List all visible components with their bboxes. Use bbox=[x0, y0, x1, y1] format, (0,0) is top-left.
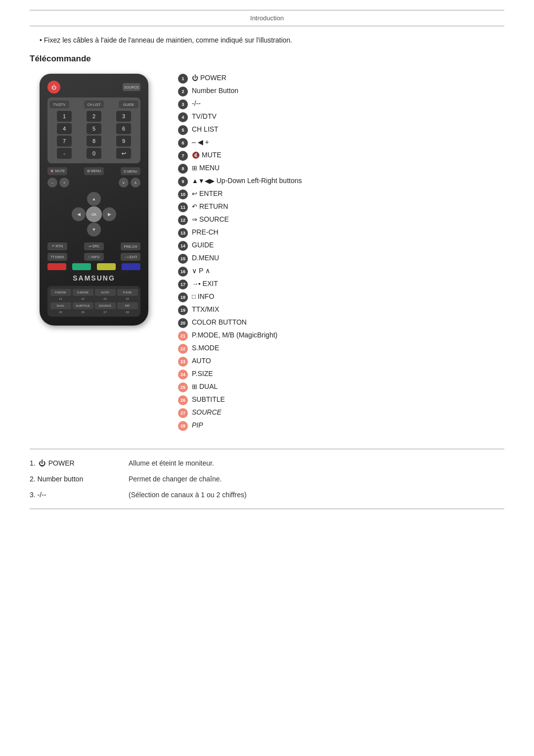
enter-button[interactable]: OK bbox=[86, 206, 102, 222]
feature-6-text: – ◀ + bbox=[192, 138, 209, 146]
pip-button[interactable]: PIP bbox=[117, 302, 138, 309]
feature-5-text: CH LIST bbox=[192, 125, 219, 133]
feature-10-text: ENTER bbox=[199, 189, 222, 197]
bottom-row-2: DUAL SUBTITLE SOURCE PIP bbox=[49, 302, 138, 309]
badge-13: 13 bbox=[178, 228, 188, 238]
badge-11: 11 bbox=[178, 202, 188, 212]
remote-top-section: ⏻ SOURCE bbox=[47, 81, 140, 94]
ch-down-button[interactable]: ∨ bbox=[119, 178, 129, 188]
ttx-info-exit-row: TTX/MIX □ INFO →▪ EXIT bbox=[47, 253, 140, 261]
feature-13: 13 PRE-CH bbox=[178, 228, 504, 238]
nav-down-button[interactable]: ▼ bbox=[87, 223, 101, 236]
feature-16-text: ∨ P ∧ bbox=[192, 267, 210, 275]
return-button[interactable]: ↶ RTN bbox=[47, 242, 67, 250]
color-blue-button[interactable] bbox=[122, 263, 140, 270]
feature-20-text: COLOR BUTTON bbox=[192, 318, 247, 326]
feature-7: 7 🔇 MUTE bbox=[178, 151, 504, 161]
badge-6: 6 bbox=[178, 138, 188, 148]
ttx-button[interactable]: TTX/MIX bbox=[47, 253, 67, 261]
exit-button[interactable]: →▪ EXIT bbox=[121, 253, 140, 261]
badge-22: 22 bbox=[178, 344, 188, 354]
num-1[interactable]: 1 bbox=[57, 111, 72, 122]
ch-up-button[interactable]: ∧ bbox=[131, 178, 140, 188]
guide-button[interactable]: GUIDE bbox=[119, 100, 138, 108]
num-9[interactable]: 9 bbox=[116, 136, 131, 146]
feature-19-text: TTX/MIX bbox=[192, 305, 219, 313]
menu-button[interactable]: ⊞ MENU bbox=[84, 167, 104, 175]
color-yellow-button[interactable] bbox=[97, 263, 116, 270]
source3-button[interactable]: SOURCE bbox=[95, 302, 116, 309]
bottom-label-row-2: 25 26 27 28 bbox=[49, 311, 138, 314]
feature-27: 27 SOURCE bbox=[178, 408, 504, 418]
color-green-button[interactable] bbox=[72, 263, 91, 270]
num-4[interactable]: 4 bbox=[57, 123, 72, 134]
desc-3-label: 3. -/-- bbox=[30, 491, 129, 499]
color-red-button[interactable] bbox=[47, 263, 66, 270]
power-button[interactable]: ⏻ bbox=[47, 81, 60, 94]
power-desc-icon: ⏻ bbox=[39, 459, 45, 467]
dmenu-button[interactable]: D.MENU bbox=[121, 167, 140, 175]
subtitle-button[interactable]: SUBTITLE bbox=[73, 302, 93, 309]
num-7[interactable]: 7 bbox=[57, 136, 72, 146]
num-dash[interactable]: - bbox=[57, 148, 72, 159]
desc-1-value: Allume et éteint le moniteur. bbox=[129, 459, 504, 467]
badge-21: 21 bbox=[178, 331, 188, 341]
pmode-button[interactable]: P.MODE bbox=[50, 289, 71, 296]
smode-button[interactable]: S.MODE bbox=[73, 289, 93, 296]
nav-cross: ▲ ▼ ◀ ▶ OK bbox=[72, 192, 116, 236]
dual-button[interactable]: DUAL bbox=[50, 302, 71, 309]
num-2[interactable]: 2 bbox=[87, 111, 101, 122]
num-0[interactable]: 0 bbox=[87, 148, 101, 159]
feature-1: 1 ⏻ POWER bbox=[178, 74, 504, 84]
feature-28-text: PIP bbox=[192, 421, 203, 429]
source-button[interactable]: SOURCE bbox=[123, 83, 140, 91]
num-row-2: 4 5 6 bbox=[49, 123, 138, 134]
num-6[interactable]: 6 bbox=[116, 123, 131, 134]
tv-ch-guide-row: TV/DTV CH LIST GUIDE bbox=[49, 100, 138, 108]
feature-12: 12 ⇒ SOURCE bbox=[178, 215, 504, 225]
num-5[interactable]: 5 bbox=[87, 123, 101, 134]
sub-rule bbox=[30, 26, 504, 26]
feature-24: 24 P.SIZE bbox=[178, 370, 504, 379]
feature-1-text: POWER bbox=[200, 74, 226, 82]
info-button[interactable]: □ INFO bbox=[84, 253, 104, 261]
badge-24: 24 bbox=[178, 370, 188, 379]
vol-up-button[interactable]: + bbox=[59, 178, 69, 188]
feature-21: 21 P.MODE, M/B (MagicBright) bbox=[178, 331, 504, 341]
chlist-button[interactable]: CH LIST bbox=[84, 100, 104, 108]
prech-button[interactable]: PRE-CH bbox=[121, 242, 140, 250]
vol-down-button[interactable]: – bbox=[47, 178, 57, 188]
mute-button[interactable]: 🔇 MUTE bbox=[47, 167, 67, 175]
feature-14-text: GUIDE bbox=[192, 241, 214, 249]
badge-28: 28 bbox=[178, 421, 188, 431]
nav-left-button[interactable]: ◀ bbox=[72, 207, 86, 221]
remote-control: ⏻ SOURCE TV/DTV CH LIST GUIDE 1 2 3 bbox=[40, 74, 148, 326]
desc-1: 1. ⏻ POWER Allume et éteint le moniteur. bbox=[30, 459, 504, 467]
feature-10: 10 ↩ ENTER bbox=[178, 189, 504, 199]
badge-1: 1 bbox=[178, 74, 188, 84]
auto-button[interactable]: AUTO bbox=[95, 289, 116, 296]
num-3[interactable]: 3 bbox=[116, 111, 131, 122]
feature-9-text: Up-Down Left-Right buttons bbox=[217, 177, 302, 185]
header-title: Introduction bbox=[30, 14, 504, 22]
feature-15-text: D.MENU bbox=[192, 254, 219, 262]
num-8[interactable]: 8 bbox=[87, 136, 101, 146]
feature-12-text: SOURCE bbox=[199, 215, 229, 223]
feature-20: 20 COLOR BUTTON bbox=[178, 318, 504, 328]
badge-9: 9 bbox=[178, 177, 188, 187]
feature-27-text: SOURCE bbox=[192, 408, 222, 416]
enter-icon: ↩ bbox=[192, 190, 197, 197]
psize-button[interactable]: P.SIZE bbox=[117, 289, 138, 296]
tvdtv-button[interactable]: TV/DTV bbox=[49, 100, 69, 108]
num-row-1: 1 2 3 bbox=[49, 111, 138, 122]
feature-23-text: AUTO bbox=[192, 357, 211, 365]
badge-8: 8 bbox=[178, 164, 188, 174]
nav-right-button[interactable]: ▶ bbox=[102, 207, 116, 221]
menu-icon: ⊞ bbox=[192, 164, 197, 172]
feature-22: 22 S.MODE bbox=[178, 344, 504, 354]
feature-25: 25 ⊞ DUAL bbox=[178, 382, 504, 392]
num-prev[interactable]: ↩ bbox=[116, 148, 131, 159]
feature-8: 8 ⊞ MENU bbox=[178, 164, 504, 174]
nav-up-button[interactable]: ▲ bbox=[87, 192, 101, 206]
source2-button[interactable]: ⇒ SRC bbox=[84, 242, 104, 250]
